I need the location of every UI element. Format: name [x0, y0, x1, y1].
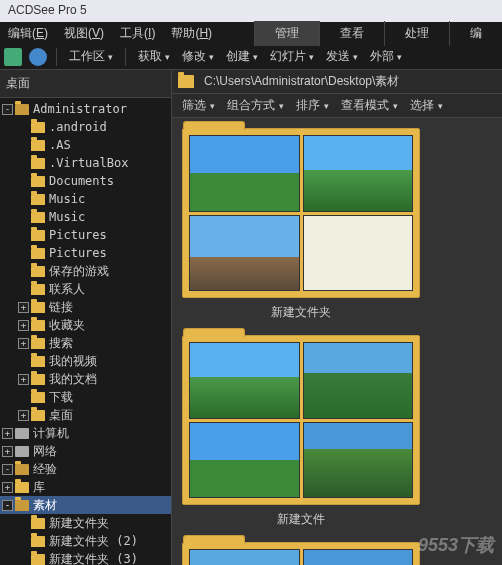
folder-thumbnail[interactable]: 新建文件夹: [182, 128, 420, 321]
expander-icon[interactable]: +: [2, 446, 13, 457]
folder-thumbnail[interactable]: 新建文件夹 (3): [182, 542, 420, 565]
tree-item-label: 计算机: [33, 425, 69, 441]
folder-icon: [31, 410, 45, 421]
expander-icon[interactable]: +: [18, 410, 29, 421]
tree-item-label: 保存的游戏: [49, 263, 109, 279]
filterbar: 筛选 组合方式 排序 查看模式 选择: [172, 94, 502, 118]
tree-item-label: .AS: [49, 137, 71, 153]
pathbar[interactable]: C:\Users\Administrator\Desktop\素材: [172, 70, 502, 94]
mode-tabs: 管理 查看 处理 编: [254, 21, 502, 46]
tree-item[interactable]: +库: [0, 478, 171, 496]
tree-item[interactable]: 保存的游戏: [0, 262, 171, 280]
folder-icon: [31, 176, 45, 187]
menu-edit[interactable]: 编辑(E): [0, 22, 56, 45]
folder-tree[interactable]: -Administrator.android.AS.VirtualBoxDocu…: [0, 98, 171, 565]
tree-item[interactable]: .AS: [0, 136, 171, 154]
tree-item[interactable]: +计算机: [0, 424, 171, 442]
tree-item[interactable]: Music: [0, 208, 171, 226]
folder-icon: [31, 194, 45, 205]
select-dropdown[interactable]: 选择: [406, 95, 447, 116]
expander-icon: [18, 518, 29, 529]
tree-item[interactable]: Pictures: [0, 226, 171, 244]
tree-item[interactable]: +链接: [0, 298, 171, 316]
expander-icon: [18, 176, 29, 187]
content-pane: C:\Users\Administrator\Desktop\素材 筛选 组合方…: [172, 70, 502, 565]
send-dropdown[interactable]: 发送: [320, 45, 364, 68]
tree-item-label: .VirtualBox: [49, 155, 128, 171]
tree-item[interactable]: -素材: [0, 496, 171, 514]
expander-icon[interactable]: +: [18, 338, 29, 349]
tab-manage[interactable]: 管理: [254, 21, 319, 46]
tree-item[interactable]: 我的视频: [0, 352, 171, 370]
expander-icon[interactable]: -: [2, 464, 13, 475]
folder-icon: [15, 500, 29, 511]
folder-icon: [31, 212, 45, 223]
tree-item[interactable]: 联系人: [0, 280, 171, 298]
preview-image: [189, 549, 300, 565]
expander-icon[interactable]: -: [2, 104, 13, 115]
menu-view[interactable]: 视图(V): [56, 22, 112, 45]
tab-edit[interactable]: 编: [449, 21, 502, 46]
menu-help[interactable]: 帮助(H): [163, 22, 220, 45]
expander-icon[interactable]: +: [18, 302, 29, 313]
folder-icon: [15, 104, 29, 115]
expander-icon: [18, 248, 29, 259]
tree-item[interactable]: +搜索: [0, 334, 171, 352]
expander-icon: [18, 140, 29, 151]
expander-icon[interactable]: +: [2, 482, 13, 493]
tree-item[interactable]: 下载: [0, 388, 171, 406]
expander-icon: [18, 194, 29, 205]
expander-icon[interactable]: +: [18, 374, 29, 385]
tree-item[interactable]: 新建文件夹 (2): [0, 532, 171, 550]
viewmode-dropdown[interactable]: 查看模式: [337, 95, 402, 116]
slideshow-dropdown[interactable]: 幻灯片: [264, 45, 320, 68]
expander-icon: [18, 284, 29, 295]
sidebar-title: 桌面: [0, 70, 171, 98]
folder-preview: [182, 128, 420, 298]
divider: [125, 48, 126, 66]
tree-item[interactable]: +我的文档: [0, 370, 171, 388]
filter-dropdown[interactable]: 筛选: [178, 95, 219, 116]
menubar: 编辑(E) 视图(V) 工具(I) 帮助(H) 管理 查看 处理 编: [0, 22, 502, 44]
external-dropdown[interactable]: 外部: [364, 45, 408, 68]
sort-dropdown[interactable]: 排序: [292, 95, 333, 116]
acquire-dropdown[interactable]: 获取: [132, 45, 176, 68]
expander-icon[interactable]: +: [18, 320, 29, 331]
tree-item[interactable]: -Administrator: [0, 100, 171, 118]
folder-preview: [182, 542, 420, 565]
tree-item[interactable]: +收藏夹: [0, 316, 171, 334]
tree-item[interactable]: Music: [0, 190, 171, 208]
nav-back-icon[interactable]: [4, 48, 22, 66]
tree-item[interactable]: .VirtualBox: [0, 154, 171, 172]
drive-icon: [15, 428, 29, 439]
tree-item[interactable]: Documents: [0, 172, 171, 190]
folder-icon: [15, 482, 29, 493]
modify-dropdown[interactable]: 修改: [176, 45, 220, 68]
tab-view[interactable]: 查看: [319, 21, 384, 46]
expander-icon[interactable]: -: [2, 500, 13, 511]
tree-item[interactable]: 新建文件夹: [0, 514, 171, 532]
folder-thumbnail[interactable]: 新建文件: [182, 335, 420, 528]
tab-process[interactable]: 处理: [384, 21, 449, 46]
tree-item[interactable]: Pictures: [0, 244, 171, 262]
tree-item[interactable]: 新建文件夹 (3): [0, 550, 171, 565]
tree-item[interactable]: -经验: [0, 460, 171, 478]
folder-icon: [31, 230, 45, 241]
nav-forward-icon[interactable]: [29, 48, 47, 66]
menu-tools[interactable]: 工具(I): [112, 22, 163, 45]
expander-icon: [18, 230, 29, 241]
expander-icon[interactable]: +: [2, 428, 13, 439]
groupby-dropdown[interactable]: 组合方式: [223, 95, 288, 116]
create-dropdown[interactable]: 创建: [220, 45, 264, 68]
tree-item-label: 新建文件夹 (2): [49, 533, 138, 549]
tree-item[interactable]: +桌面: [0, 406, 171, 424]
tree-item[interactable]: +网络: [0, 442, 171, 460]
expander-icon: [18, 158, 29, 169]
folder-icon: [31, 392, 45, 403]
folder-icon: [31, 158, 45, 169]
workspace-dropdown[interactable]: 工作区: [63, 45, 119, 68]
tree-item-label: 网络: [33, 443, 57, 459]
folder-icon: [31, 248, 45, 259]
folder-icon: [31, 284, 45, 295]
tree-item[interactable]: .android: [0, 118, 171, 136]
